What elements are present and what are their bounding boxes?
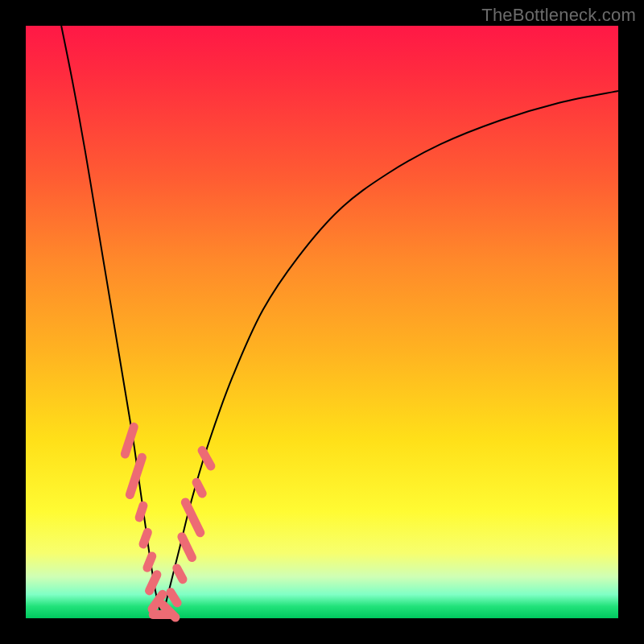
marker-cluster	[119, 421, 217, 623]
curve-marker	[142, 551, 158, 574]
curve-marker	[134, 500, 149, 523]
watermark-text: TheBottleneck.com	[481, 5, 636, 26]
curve-layer	[26, 26, 618, 618]
curve-marker	[138, 526, 153, 550]
curve-right-branch	[162, 91, 618, 618]
curve-marker	[119, 421, 139, 459]
plot-area	[26, 26, 618, 618]
chart-frame: TheBottleneck.com	[0, 0, 644, 644]
